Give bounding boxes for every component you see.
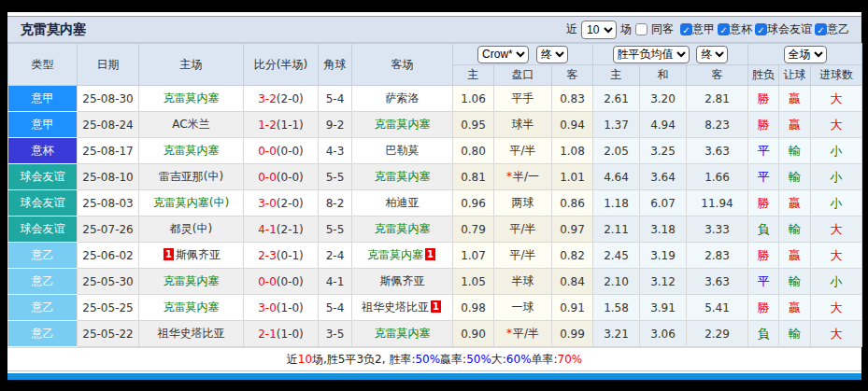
crown-away-odds: 0.86	[552, 190, 593, 216]
full-time-score: 0-0	[258, 171, 277, 184]
avg-draw-odds: 3.18	[640, 216, 687, 243]
crown-home-odds: 1.05	[453, 269, 494, 295]
crown-away-odds: 0.94	[552, 112, 593, 138]
bottom-accent-bar	[7, 373, 861, 380]
crown-home-odds: 0.81	[453, 164, 494, 190]
handicap-value: 平/半	[509, 144, 535, 157]
result-wdl: 負	[748, 216, 779, 243]
result-wdl: 平	[748, 164, 779, 190]
result-handicap: 輸	[779, 216, 811, 243]
result-wdl: 平	[748, 269, 779, 295]
away-team-name: 克雷莫内塞	[375, 327, 431, 340]
away-team-cell: 柏迪亚	[352, 190, 453, 216]
corner-cell: 4-1	[319, 269, 352, 295]
crown-away-odds: 1.08	[552, 138, 593, 164]
score-cell: 3-0(2-0)	[244, 190, 319, 216]
summary-segment: 贏率:	[440, 352, 466, 368]
handicap-value: 平/半	[513, 327, 539, 340]
avg-home-odds: 4.64	[593, 164, 640, 190]
crown-handicap: *平/半	[494, 321, 552, 347]
handicap-change-star: *	[506, 327, 512, 340]
away-team-cell: 克雷莫内塞	[352, 216, 453, 243]
avg-odds-select[interactable]: 胜平负均值	[613, 46, 690, 63]
league-filter-checkbox[interactable]: ✓	[680, 23, 692, 35]
summary-segment: 60%	[506, 353, 532, 366]
crown-stage-select[interactable]: 终	[536, 46, 568, 63]
match-row: 球会友谊25-08-03克雷莫内塞(中)3-0(2-0)8-2柏迪亚0.96两球…	[8, 190, 862, 216]
result-wdl: 平	[748, 138, 779, 164]
result-handicap: 贏	[779, 86, 811, 112]
summary-segment: 近	[287, 352, 298, 368]
score-cell: 2-3(0-1)	[244, 243, 319, 269]
col-header-result-handicap: 让球	[779, 65, 811, 86]
result-goals: 大	[811, 321, 862, 347]
avg-away-odds: 5.41	[687, 295, 748, 321]
result-wdl: 負	[748, 321, 779, 347]
home-team-cell: 雷吉亚那(中)	[139, 164, 244, 190]
crown-away-odds: 0.84	[552, 269, 593, 295]
match-row: 球会友谊25-07-26都灵(中)4-1(2-1)5-5克雷莫内塞0.79平/半…	[8, 216, 862, 243]
full-time-score: 3-2	[258, 92, 277, 105]
league-badge: 意甲	[8, 86, 78, 112]
match-date: 25-05-30	[78, 269, 139, 295]
avg-away-odds: 2.29	[687, 321, 748, 347]
result-handicap: 贏	[779, 295, 811, 321]
handicap-value: 两球	[512, 196, 534, 209]
league-filter-label: 意乙	[827, 22, 849, 35]
avg-away-odds: 8.23	[687, 112, 748, 138]
avg-draw-odds: 3.12	[640, 269, 687, 295]
away-team-name: 克雷莫内塞	[375, 222, 431, 235]
away-team-name: 克雷莫内塞	[375, 170, 431, 183]
recent-count-select[interactable]: 10	[581, 21, 617, 39]
crown-handicap: 一球	[494, 295, 552, 321]
result-scope-header: 全场	[748, 44, 862, 65]
crown-home-odds: 0.80	[453, 138, 494, 164]
score-cell: 3-0(1-0)	[244, 295, 319, 321]
half-time-score: (1-0)	[277, 328, 304, 341]
match-row: 意乙25-05-25克雷莫内塞3-0(1-0)5-4祖华史塔比亚10.98一球0…	[8, 295, 862, 321]
summary-segment: 50%	[415, 353, 440, 366]
away-team-name: 祖华史塔比亚	[362, 300, 429, 314]
half-time-score: (2-0)	[277, 197, 304, 210]
result-goals: 小	[811, 138, 862, 164]
avg-away-odds: 3.63	[687, 269, 748, 295]
result-goals: 大	[811, 216, 862, 243]
home-team-name: 克雷莫内塞(中)	[153, 196, 229, 209]
summary-segment: 场,胜5平3负2, 胜率:	[312, 352, 415, 368]
summary-segment: 大:	[491, 352, 506, 368]
avg-home-odds: 2.05	[593, 138, 640, 164]
league-filter-checkbox[interactable]: ✓	[755, 23, 767, 35]
same-away-checkbox[interactable]	[635, 23, 647, 35]
crown-home-odds: 1.06	[453, 86, 494, 112]
match-row: 意乙25-05-22祖华史塔比亚2-1(1-0)3-5克雷莫内塞0.90*平/半…	[8, 321, 862, 347]
result-wdl: 勝	[748, 295, 779, 321]
score-cell: 0-0(0-0)	[244, 138, 319, 164]
home-team-name: 克雷莫内塞	[164, 274, 220, 287]
summary-segment: 单率:	[532, 352, 558, 368]
panel-titlebar: 克雷莫内塞 近 10 场 同客 ✓意甲✓意杯✓球会友谊✓意乙	[7, 17, 861, 43]
home-team-cell: 1斯佩齐亚	[139, 243, 244, 269]
result-handicap: 贏	[779, 190, 811, 216]
avg-stage-select[interactable]: 终	[696, 46, 728, 63]
avg-draw-odds: 3.19	[640, 243, 687, 269]
score-cell: 3-2(2-0)	[244, 86, 319, 112]
away-team-cell: 克雷莫内塞	[352, 321, 453, 347]
avg-home-odds: 2.61	[593, 86, 640, 112]
league-filter-checkbox[interactable]: ✓	[815, 23, 827, 35]
crown-away-odds: 0.97	[552, 216, 593, 243]
full-time-score: 2-1	[258, 328, 277, 341]
away-team-cell: 巴勒莫	[352, 138, 453, 164]
league-badge: 意乙	[8, 269, 78, 295]
home-team-name: 斯佩齐亚	[176, 248, 221, 261]
avg-home-odds: 2.10	[593, 269, 640, 295]
scope-select[interactable]: 全场	[784, 46, 827, 63]
league-filter-checkbox[interactable]: ✓	[718, 23, 730, 35]
crown-handicap: 平/半	[494, 138, 552, 164]
page-background: 克雷莫内塞 近 10 场 同客 ✓意甲✓意杯✓球会友谊✓意乙	[0, 0, 868, 391]
home-team-name: 祖华史塔比亚	[158, 327, 225, 340]
crown-handicap: 平/半	[494, 243, 552, 269]
avg-draw-odds: 3.91	[640, 295, 687, 321]
col-header-crown-home: 主	[453, 65, 494, 86]
bookmaker-select[interactable]: Crow*	[477, 46, 529, 63]
avg-home-odds: 3.21	[593, 321, 640, 347]
